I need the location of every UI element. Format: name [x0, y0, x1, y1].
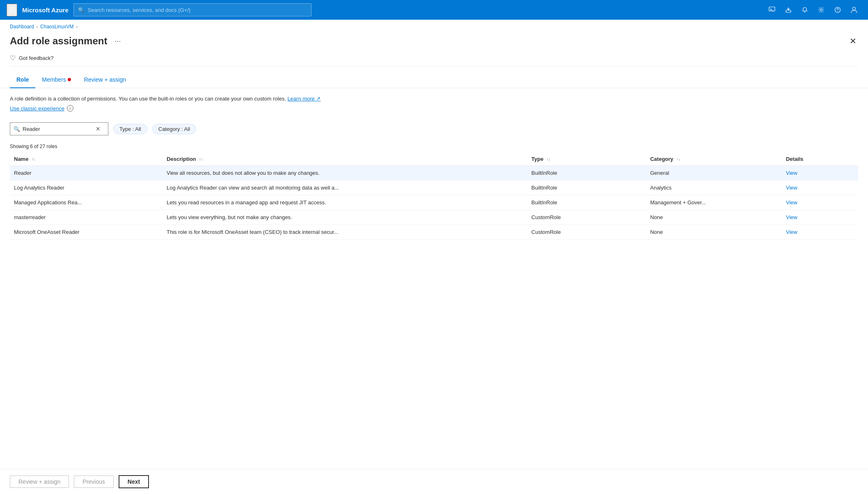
category-filter-button[interactable]: Category : All [152, 124, 196, 134]
col-header-description: Description ↑↓ [163, 153, 527, 166]
classic-experience-link[interactable]: Use classic experience [10, 105, 64, 113]
search-icon: 🔍 [14, 126, 20, 132]
bell-icon-btn[interactable] [797, 2, 812, 17]
info-icon[interactable]: i [67, 105, 73, 112]
cell-type-3: CustomRole [527, 210, 646, 225]
tab-role-label: Role [16, 76, 29, 83]
breadcrumb-dashboard[interactable]: Dashboard [10, 24, 34, 30]
cell-details-1: View [782, 181, 858, 195]
category-sort-icon[interactable]: ↑↓ [676, 158, 680, 161]
filters-row: 🔍 ✕ Type : All Category : All [0, 119, 868, 140]
search-icon: 🔍 [78, 7, 85, 13]
tab-role[interactable]: Role [10, 73, 35, 88]
breadcrumb: Dashboard › ChaosLinuxVM › [0, 20, 868, 32]
feedback-text: Got feedback? [19, 55, 54, 61]
search-clear-button[interactable]: ✕ [95, 126, 101, 132]
feedback-bar: ♡ Got feedback? [0, 52, 868, 66]
col-header-details: Details [782, 153, 858, 166]
user-icon-btn[interactable] [847, 2, 861, 17]
search-input[interactable] [88, 7, 307, 13]
page-menu-button[interactable]: ··· [112, 36, 123, 46]
cell-type-2: BuiltInRole [527, 195, 646, 210]
cell-category-2: Management + Gover... [646, 195, 782, 210]
app-brand: Microsoft Azure [22, 7, 69, 14]
type-filter-label: Type : All [119, 126, 141, 132]
previous-button[interactable]: Previous [74, 476, 113, 488]
desc-sort-icon[interactable]: ↑↓ [199, 158, 203, 161]
cell-category-4: None [646, 225, 782, 240]
cell-type-1: BuiltInRole [527, 181, 646, 195]
col-header-type: Type ↑↓ [527, 153, 646, 166]
cell-details-2: View [782, 195, 858, 210]
role-search-box[interactable]: 🔍 ✕ [10, 122, 108, 135]
learn-more-link[interactable]: Learn more ↗ [287, 96, 321, 102]
view-link-0[interactable]: View [786, 170, 797, 176]
role-description: A role definition is a collection of per… [0, 88, 868, 119]
breadcrumb-vm[interactable]: ChaosLinuxVM [40, 24, 73, 30]
cell-name-1: Log Analytics Reader [10, 181, 163, 195]
page-title: Add role assignment [10, 35, 107, 47]
cell-desc-1: Log Analytics Reader can view and search… [163, 181, 527, 195]
cell-type-0: BuiltInRole [527, 166, 646, 181]
review-assign-button[interactable]: Review + assign [10, 476, 69, 488]
type-filter-button[interactable]: Type : All [113, 124, 147, 134]
name-sort-icon[interactable]: ↑↓ [32, 158, 35, 161]
view-link-3[interactable]: View [786, 214, 797, 220]
table-row[interactable]: Microsoft OneAsset Reader This role is f… [10, 225, 858, 240]
cell-desc-2: Lets you read resources in a managed app… [163, 195, 527, 210]
tab-nav: Role Members Review + assign [0, 66, 868, 88]
role-search-input[interactable] [23, 126, 92, 132]
page-header: Add role assignment ··· ✕ [0, 32, 868, 52]
heart-icon: ♡ [10, 54, 16, 62]
table-row[interactable]: Log Analytics Reader Log Analytics Reade… [10, 181, 858, 195]
classic-experience-row: Use classic experience i [10, 105, 858, 113]
help-icon-btn[interactable] [830, 2, 845, 17]
table-row[interactable]: masterreader Lets you view everything, b… [10, 210, 858, 225]
showing-text: Showing 6 of 27 roles [10, 140, 858, 153]
main-container: Dashboard › ChaosLinuxVM › Add role assi… [0, 20, 868, 494]
col-header-name: Name ↑↓ [10, 153, 163, 166]
svg-rect-2 [786, 10, 791, 12]
upload-icon-btn[interactable] [781, 2, 796, 17]
settings-icon-btn[interactable] [814, 2, 829, 17]
roles-table: Name ↑↓ Description ↑↓ Type ↑↓ Category … [10, 153, 858, 240]
cell-name-3: masterreader [10, 210, 163, 225]
view-link-4[interactable]: View [786, 229, 797, 235]
action-bar: Review + assign Previous Next [0, 469, 868, 494]
cell-details-0: View [782, 166, 858, 181]
table-row[interactable]: Reader View all resources, but does not … [10, 166, 858, 181]
cell-desc-4: This role is for Microsoft OneAsset team… [163, 225, 527, 240]
cell-details-4: View [782, 225, 858, 240]
terminal-icon-btn[interactable] [765, 2, 779, 17]
next-button[interactable]: Next [119, 475, 149, 488]
tab-review-assign[interactable]: Review + assign [78, 73, 133, 88]
cell-name-0: Reader [10, 166, 163, 181]
cell-desc-3: Lets you view everything, but not make a… [163, 210, 527, 225]
svg-point-5 [837, 11, 838, 11]
cell-name-4: Microsoft OneAsset Reader [10, 225, 163, 240]
breadcrumb-sep-2: › [76, 25, 77, 29]
tab-review-assign-label: Review + assign [84, 76, 126, 83]
table-row[interactable]: Managed Applications Rea... Lets you rea… [10, 195, 858, 210]
nav-icons [765, 2, 861, 17]
global-search-box[interactable]: 🔍 [73, 3, 311, 16]
type-sort-icon[interactable]: ↑↓ [547, 158, 550, 161]
cell-category-0: General [646, 166, 782, 181]
cell-type-4: CustomRole [527, 225, 646, 240]
breadcrumb-sep-1: › [37, 25, 38, 29]
close-button[interactable]: ✕ [848, 35, 858, 47]
tab-members-label: Members [42, 76, 66, 83]
view-link-1[interactable]: View [786, 185, 797, 191]
role-desc-text: A role definition is a collection of per… [10, 95, 858, 103]
category-filter-label: Category : All [158, 126, 190, 132]
hamburger-menu[interactable]: ☰ [7, 4, 17, 16]
cell-desc-0: View all resources, but does not allow y… [163, 166, 527, 181]
tab-members[interactable]: Members [35, 73, 77, 88]
cell-category-3: None [646, 210, 782, 225]
view-link-2[interactable]: View [786, 199, 797, 206]
table-section: Showing 6 of 27 roles Name ↑↓ Descriptio… [0, 140, 868, 469]
cell-category-1: Analytics [646, 181, 782, 195]
top-nav: ☰ Microsoft Azure 🔍 [0, 0, 868, 20]
svg-point-3 [820, 9, 822, 11]
cell-name-2: Managed Applications Rea... [10, 195, 163, 210]
